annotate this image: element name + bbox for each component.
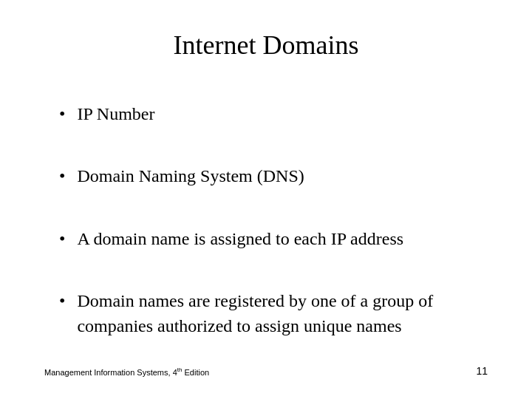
list-item: • Domain names are registered by one of …: [59, 289, 488, 338]
bullet-dot-4: •: [59, 289, 65, 314]
bullet-dot-3: •: [59, 227, 65, 252]
bullet-list: • IP Number • Domain Naming System (DNS)…: [44, 83, 488, 358]
list-item: • IP Number: [59, 102, 488, 127]
bullet-text-2: Domain Naming System (DNS): [77, 164, 488, 189]
bullet-dot-2: •: [59, 164, 65, 189]
slide-title: Internet Domains: [44, 30, 488, 61]
list-item: • Domain Naming System (DNS): [59, 164, 488, 189]
footer-citation: Management Information Systems, 4th Edit…: [44, 366, 209, 377]
slide-container: Internet Domains • IP Number • Domain Na…: [0, 0, 532, 399]
superscript: th: [177, 366, 183, 373]
bullet-text-3: A domain name is assigned to each IP add…: [77, 227, 488, 252]
bullet-dot-1: •: [59, 102, 65, 127]
slide-footer: Management Information Systems, 4th Edit…: [44, 358, 488, 377]
bullet-text-4: Domain names are registered by one of a …: [77, 289, 488, 338]
page-number: 11: [476, 365, 488, 377]
list-item: • A domain name is assigned to each IP a…: [59, 227, 488, 252]
bullet-text-1: IP Number: [77, 102, 488, 127]
